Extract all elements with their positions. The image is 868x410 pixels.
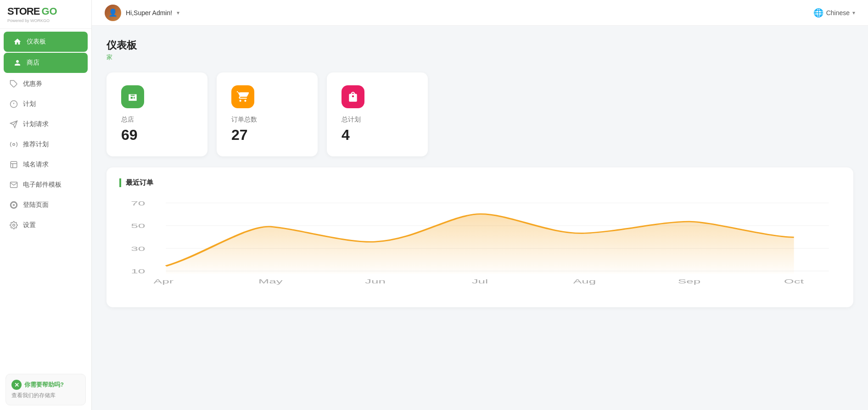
svg-text:Apr: Apr [154,279,174,285]
page-title: 仪表板 [106,39,853,52]
svg-text:Jul: Jul [472,279,488,285]
total-store-value: 69 [121,127,193,144]
svg-text:Oct: Oct [784,279,804,285]
svg-point-6 [13,144,15,146]
domain-request-icon [9,160,18,169]
language-label: Chinese [826,9,850,17]
sidebar-item-dashboard[interactable]: 仪表板 [4,32,88,52]
content-area: 仪表板 家 总店 69 订单总数 27 [92,26,868,410]
header-left: 👤 Hi,Super Admin! ▾ [105,5,179,21]
help-icon: ✕ [11,380,22,390]
globe-icon: 🌐 [813,8,823,18]
language-chevron-icon: ▾ [852,10,855,16]
svg-text:Sep: Sep [678,279,701,285]
chart-svg: 70 50 30 10 [119,195,840,296]
svg-text:Aug: Aug [573,279,596,285]
header: 👤 Hi,Super Admin! ▾ 🌐 Chinese ▾ [92,0,868,26]
total-plans-icon [342,85,364,108]
sidebar-item-domain-request[interactable]: 域名请求 [0,155,91,175]
chart-container: 70 50 30 10 [119,195,840,296]
sidebar-label-email-template: 电子邮件模板 [23,181,62,189]
svg-text:10: 10 [131,269,145,275]
total-orders-label: 订单总数 [231,116,303,124]
email-icon [9,180,18,189]
logo-powered-text: Powered by WORKGO [7,18,84,23]
chevron-down-icon[interactable]: ▾ [177,10,179,16]
plan-request-icon [9,120,18,129]
login-page-icon [9,200,18,210]
chart-title: 最近订单 [119,178,840,187]
svg-point-11 [13,224,15,227]
help-subtitle: 查看我们的存储库 [11,392,80,399]
logo-go-text: GO [41,6,57,17]
svg-text:70: 70 [131,200,145,207]
total-store-label: 总店 [121,116,193,124]
logo: STOREGO [7,6,84,17]
nav-section: 仪表板 商店 优惠券 计划 计划请求 [0,29,91,237]
settings-icon [9,221,18,230]
svg-rect-7 [11,161,17,168]
sidebar-item-email-template[interactable]: 电子邮件模板 [0,175,91,195]
recommend-plan-icon [9,140,18,149]
language-selector[interactable]: 🌐 Chinese ▾ [813,8,855,18]
sidebar-label-plan: 计划 [23,100,36,108]
logo-store-text: STORE [7,6,39,17]
home-icon [13,37,22,46]
svg-text:Jun: Jun [365,279,386,285]
breadcrumb[interactable]: 家 [106,53,853,61]
sidebar-label-coupon: 优惠券 [23,80,42,88]
avatar: 👤 [105,5,121,21]
greeting-text: Hi,Super Admin! [126,9,172,17]
stat-card-total-store: 总店 69 [106,72,207,156]
sidebar-label-shop: 商店 [27,59,39,67]
stat-card-total-orders: 订单总数 27 [217,72,318,156]
help-box[interactable]: ✕ 你需要帮助吗? 查看我们的存储库 [6,374,86,405]
svg-text:May: May [258,279,283,285]
sidebar-label-recommend-plan: 推荐计划 [23,140,49,149]
svg-point-10 [13,205,15,206]
svg-text:50: 50 [131,223,145,230]
total-plans-value: 4 [342,127,413,144]
sidebar-label-login-page: 登陆页面 [23,201,49,209]
sidebar-item-plan-request[interactable]: 计划请求 [0,114,91,134]
stats-cards-row: 总店 69 订单总数 27 总计划 4 [106,72,853,156]
plan-icon [9,100,18,109]
sidebar-item-settings[interactable]: 设置 [0,215,91,235]
shop-icon [13,58,22,67]
total-plans-label: 总计划 [342,116,413,124]
svg-text:30: 30 [131,246,145,252]
main-area: 👤 Hi,Super Admin! ▾ 🌐 Chinese ▾ 仪表板 家 总店… [92,0,868,410]
logo-area: STOREGO Powered by WORKGO [0,0,91,29]
recent-orders-chart-card: 最近订单 70 50 30 10 [106,167,853,307]
sidebar-item-recommend-plan[interactable]: 推荐计划 [0,134,91,155]
help-title-text: 你需要帮助吗? [24,381,64,389]
stat-card-total-plans: 总计划 4 [327,72,428,156]
coupon-icon [9,79,18,89]
sidebar-item-plan[interactable]: 计划 [0,94,91,114]
bottom-row: 最近订单 70 50 30 10 [106,167,853,307]
total-orders-value: 27 [231,127,303,144]
sidebar-item-coupon[interactable]: 优惠券 [0,74,91,94]
help-title: ✕ 你需要帮助吗? [11,380,80,390]
sidebar: STOREGO Powered by WORKGO 仪表板 商店 优惠券 [0,0,92,410]
sidebar-label-dashboard: 仪表板 [27,38,46,46]
sidebar-item-shop[interactable]: 商店 [4,53,88,73]
sidebar-label-plan-request: 计划请求 [23,120,49,128]
sidebar-label-settings: 设置 [23,221,36,229]
total-orders-icon [231,85,254,108]
sidebar-item-login-page[interactable]: 登陆页面 [0,195,91,215]
sidebar-label-domain-request: 域名请求 [23,161,49,169]
total-store-icon [121,85,144,108]
